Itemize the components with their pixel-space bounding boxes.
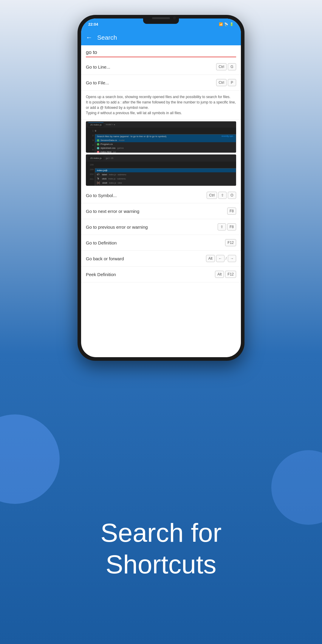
list-item-go-to-file[interactable]: Go to File... Ctrl P <box>81 75 241 91</box>
file-type-icon <box>97 151 99 153</box>
screenshot-file-search: JS index.js model > ● 1u 2u 3n 4n 5 <box>86 121 236 153</box>
kbd-right: → <box>228 255 236 262</box>
code-row: 1u <box>87 128 235 133</box>
wifi-icon: 📶 <box>219 22 223 26</box>
search-input[interactable] <box>86 49 236 57</box>
status-icons: 📶 📡 🔋 <box>219 22 234 26</box>
item-label: Go to next error or warning <box>86 209 139 214</box>
kbd-f12: F12 <box>225 271 236 278</box>
suggestion-item: SessionData.cs model recently ope... <box>95 138 236 142</box>
kbd-f8: F8 <box>227 223 236 230</box>
battery-icon: 🔋 <box>230 22 234 26</box>
kbd-p: P <box>228 79 236 86</box>
symbol-item: [e] menu index.js <box>95 185 236 186</box>
kbd-g: G <box>228 63 236 70</box>
vscode-header: JS index.js model > ● <box>86 121 236 128</box>
list-item-prev-error[interactable]: Go to previous error or warning ⇧ F8 <box>81 219 241 235</box>
kbd-shift: ⇧ <box>218 223 226 230</box>
list-item-go-back-forward[interactable]: Go back or forward Alt ← / → <box>81 251 241 267</box>
file-type-icon <box>97 139 99 142</box>
vscode-simulation-2: JS index.js gui > JS 198 199 200 201 <box>86 154 236 186</box>
symbol-item: [e] shell index.js · click <box>95 181 236 185</box>
item-label: Go to Line... <box>86 64 110 69</box>
status-time: 22:04 <box>88 22 98 27</box>
suggestion-header: Search files by name (append : to go to … <box>95 134 236 138</box>
symbol-item: 🖱 click index.js · submenu <box>95 177 236 181</box>
shortcut-group: Ctrl P <box>216 79 236 86</box>
phone-frame: 22:04 📶 📡 🔋 ← Search Go to Line... <box>78 15 244 361</box>
suggestion-item: stylesheet.css gui/css <box>95 146 236 150</box>
file-type-icon <box>97 147 99 149</box>
bottom-line1: Search for <box>100 518 222 547</box>
screenshot-symbol-search: JS index.js gui > JS 198 199 200 201 <box>86 154 236 186</box>
back-button[interactable]: ← <box>86 34 92 41</box>
kbd-ctrl: Ctrl <box>216 79 227 86</box>
list-item-go-to-line[interactable]: Go to Line... Ctrl G <box>81 59 241 75</box>
desc-text-3: Typing # without a previous file, will l… <box>86 110 236 116</box>
kbd-alt: Alt <box>206 255 215 262</box>
app-bar-title: Search <box>97 34 117 41</box>
shortcut-group: ⇧ F8 <box>218 223 236 230</box>
symbol-item: 🏷 label index.js · submenu <box>95 172 236 177</box>
phone-speaker <box>152 17 170 19</box>
code-row: 198 <box>87 162 235 167</box>
description-block: Opens up a search box, showing recently … <box>81 91 241 120</box>
shortcut-group: Alt F12 <box>215 271 236 278</box>
vscode-simulation-1: JS index.js model > ● 1u 2u 3n 4n 5 <box>86 121 236 153</box>
shortcut-group: Ctrl ⇧ O <box>207 192 236 199</box>
symbol-header: index.js@ <box>95 168 236 172</box>
phone-outer: 22:04 📶 📡 🔋 ← Search Go to Line... <box>78 15 244 361</box>
kbd-alt: Alt <box>215 271 224 278</box>
vscode-path-2: gui > JS <box>106 157 114 159</box>
file-type-icon <box>97 143 99 145</box>
vscode-tab: JS index.js <box>88 123 103 127</box>
suggestion-item: Program.cs <box>95 142 236 146</box>
desc-text-2: It is possible to add a : after the file… <box>86 100 236 110</box>
suggestion-item: index.html gui <box>95 150 236 153</box>
kbd-ctrl: Ctrl <box>207 192 217 199</box>
status-bar: 22:04 📶 📡 🔋 <box>81 18 241 30</box>
phone-screen: 22:04 📶 📡 🔋 ← Search Go to Line... <box>81 18 241 357</box>
item-label: Peek Definition <box>86 272 116 277</box>
kbd-shift: ⇧ <box>218 192 227 199</box>
list-item-go-to-def[interactable]: Go to Definition F12 <box>81 235 241 251</box>
desc-text-1: Opens up a search box, showing recently … <box>86 94 236 100</box>
vscode-path: model > ● <box>106 123 115 126</box>
symbol-box: index.js@ 🏷 label index.js · submenu 🖱 c… <box>95 168 236 186</box>
kbd-separator: / <box>226 256 227 261</box>
kbd-o: O <box>228 192 236 199</box>
item-label: Go to Symbol... <box>86 193 117 198</box>
phone-camera <box>173 16 176 19</box>
kbd-f8: F8 <box>227 208 236 215</box>
item-label: Go to Definition <box>86 240 117 245</box>
bottom-title: Search for Shortcuts <box>100 517 222 580</box>
shortcut-group: Ctrl G <box>216 63 236 70</box>
bottom-line2: Shortcuts <box>106 549 216 579</box>
item-label: Go back or forward <box>86 256 124 261</box>
item-label: Go to File... <box>86 80 109 85</box>
shortcut-group: F8 <box>227 208 236 215</box>
file-suggestion-box: Search files by name (append : to go to … <box>95 134 236 153</box>
kbd-f12: F12 <box>225 239 236 246</box>
list-item-peek-def[interactable]: Peek Definition Alt F12 <box>81 267 241 282</box>
item-label: Go to previous error or warning <box>86 225 148 230</box>
signal-icon: 📡 <box>224 22 228 26</box>
kbd-left: ← <box>216 255 225 262</box>
shortcut-group: Alt ← / → <box>206 255 236 262</box>
shortcut-group: F12 <box>225 239 236 246</box>
vscode-body: 1u 2u 3n 4n 5 Search files by name (appe… <box>86 128 236 153</box>
vscode-header-2: JS index.js gui > JS <box>86 154 236 162</box>
search-container <box>81 45 241 59</box>
kbd-ctrl: Ctrl <box>216 63 227 70</box>
list-item-next-error[interactable]: Go to next error or warning F8 <box>81 203 241 219</box>
list-item-go-to-symbol[interactable]: Go to Symbol... Ctrl ⇧ O <box>81 188 241 203</box>
vscode-tab-2: JS index.js <box>88 156 103 160</box>
bottom-text-area: Search for Shortcuts <box>0 453 322 644</box>
app-bar: ← Search <box>81 30 241 45</box>
vscode-body-2: 198 199 200 201 index.js@ 🏷 <box>86 162 236 186</box>
